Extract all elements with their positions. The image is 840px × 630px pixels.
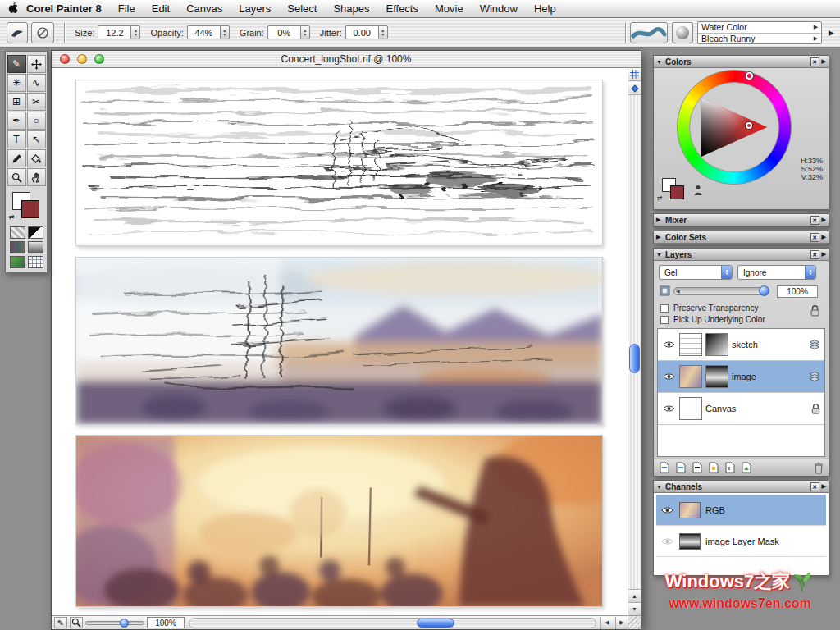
stepper-down-icon[interactable]: ▼ (222, 33, 226, 37)
pattern-selector[interactable] (10, 241, 25, 253)
slider-left-icon[interactable]: ◀ (676, 288, 680, 295)
new-layer-mask-button[interactable] (723, 461, 737, 475)
vertical-scrollbar[interactable]: ▲ ▼ (628, 68, 641, 615)
dynamic-plugins-button[interactable] (706, 461, 720, 475)
layer-opacity-slider[interactable]: ◀ (673, 287, 769, 295)
hue-indicator[interactable] (746, 72, 753, 80)
menu-select[interactable]: Select (279, 0, 325, 18)
menu-window[interactable]: Window (472, 0, 526, 18)
vertical-scroll-thumb[interactable] (629, 344, 640, 373)
toolbar-overflow-icon[interactable]: ▶ (826, 29, 837, 37)
new-watercolor-layer-button[interactable] (673, 461, 687, 475)
layer-row-image[interactable]: image (658, 361, 824, 393)
gradient-selector[interactable] (28, 226, 43, 239)
disclosure-closed-icon[interactable]: ▶ (656, 234, 665, 240)
scroll-right-button[interactable]: ▶ (615, 617, 628, 629)
zoom-mode-button[interactable] (70, 617, 83, 628)
brush-category-well[interactable] (672, 22, 693, 43)
palette-close-icon[interactable]: ✕ (810, 482, 819, 491)
magic-wand-tool[interactable]: ✳ (7, 74, 26, 92)
palette-menu-icon[interactable]: ▶ (822, 483, 826, 490)
palette-close-icon[interactable]: ✕ (810, 233, 819, 242)
swap-colors-icon[interactable]: ⇄ (657, 194, 663, 202)
weave-selector[interactable] (28, 241, 43, 253)
menu-help[interactable]: Help (526, 0, 564, 18)
palette-menu-icon[interactable]: ▶ (822, 58, 826, 65)
opacity-field[interactable]: 44% (187, 25, 220, 39)
shape-selection-tool[interactable]: ↖ (27, 130, 46, 148)
paper-selector[interactable] (10, 226, 25, 239)
palette-menu-icon[interactable]: ▶ (822, 234, 826, 240)
opacity-stepper[interactable]: ▲▼ (220, 25, 230, 39)
menu-canvas[interactable]: Canvas (178, 0, 231, 18)
stepper-down-icon[interactable]: ▼ (134, 33, 138, 37)
brush-selector[interactable]: Water Color ▶ Bleach Runny ▶ (697, 21, 822, 44)
zoom-value[interactable]: 100% (147, 617, 185, 628)
disclosure-open-icon[interactable]: ▼ (656, 252, 665, 258)
resize-grip[interactable] (628, 615, 641, 629)
new-layer-button[interactable] (657, 461, 671, 475)
visibility-toggle[interactable] (661, 404, 676, 413)
stepper-down-icon[interactable]: ▼ (303, 33, 307, 37)
brush-variant-row[interactable]: Bleach Runny ▶ (698, 33, 821, 44)
text-tool[interactable]: T (7, 130, 26, 148)
color-sets-palette-header[interactable]: ▶ Color Sets ✕ ▶ (654, 231, 829, 244)
grid-overlay-button[interactable] (628, 68, 641, 81)
zoom-button[interactable] (94, 54, 104, 64)
lock-layer-icon[interactable] (810, 304, 820, 317)
pen-tool[interactable]: ✒ (7, 112, 26, 130)
menu-file[interactable]: File (110, 0, 144, 18)
layers-palette-header[interactable]: ▼ Layers ✕ ▶ (654, 249, 829, 261)
menu-layers[interactable]: Layers (231, 0, 279, 18)
group-layers-button[interactable] (739, 461, 753, 475)
brush-category-row[interactable]: Water Color ▶ (698, 22, 821, 33)
jitter-stepper[interactable]: ▲▼ (378, 25, 388, 39)
visibility-toggle[interactable] (660, 506, 674, 514)
lasso-tool[interactable]: ∿ (27, 74, 46, 92)
visibility-toggle[interactable] (661, 340, 676, 349)
brush-preview-well[interactable] (7, 22, 28, 43)
composite-depth-dropdown[interactable]: Ignore ▲▼ (737, 265, 816, 280)
clone-color-icon[interactable] (693, 185, 703, 196)
layer-opacity-thumb[interactable] (759, 285, 769, 296)
visibility-toggle[interactable] (660, 537, 674, 546)
brush-tool[interactable]: ✎ (7, 55, 26, 73)
scroll-left-button[interactable]: ◀ (600, 617, 613, 629)
layer-opacity-value[interactable]: 100% (777, 285, 818, 298)
oval-selection-tool[interactable]: ○ (27, 112, 46, 130)
scissors-tool[interactable]: ✂ (27, 93, 46, 111)
app-menu[interactable]: Corel Painter 8 (25, 0, 110, 18)
dropper-tool[interactable] (7, 149, 26, 167)
menu-effects[interactable]: Effects (377, 0, 427, 18)
document-titlebar[interactable]: Concert_longShot.rif @ 100% (52, 51, 641, 68)
stroke-preview-well[interactable] (630, 22, 668, 43)
composite-method-dropdown[interactable]: Gel ▲▼ (659, 265, 733, 280)
tracker-button[interactable] (628, 82, 641, 95)
canvas-page[interactable]: ▲ ▼ ✎ 100% ◀ ▶ (52, 68, 641, 629)
nozzle-selector[interactable] (10, 256, 25, 268)
main-color-swatch[interactable] (21, 200, 39, 218)
brush-ghost-well[interactable] (31, 22, 54, 43)
layer-row-canvas[interactable]: Canvas (658, 393, 824, 425)
apple-menu[interactable] (0, 2, 25, 15)
crop-tool[interactable]: ⊞ (7, 93, 26, 111)
scroll-down-button[interactable]: ▼ (628, 602, 641, 615)
close-button[interactable] (60, 54, 70, 64)
colors-palette-header[interactable]: ▼ Colors ✕ ▶ (654, 56, 829, 68)
disclosure-closed-icon[interactable]: ▶ (656, 217, 665, 223)
disclosure-open-icon[interactable]: ▼ (656, 484, 665, 490)
channels-palette-header[interactable]: ▼ Channels ✕ ▶ (654, 481, 829, 493)
grain-stepper[interactable]: ▲▼ (300, 25, 310, 39)
main-color-swatch[interactable] (670, 185, 684, 199)
drawing-mode-button[interactable]: ✎ (54, 617, 67, 628)
preserve-transparency-checkbox[interactable] (660, 304, 669, 313)
palette-close-icon[interactable]: ✕ (810, 57, 819, 66)
pickup-underlying-checkbox[interactable] (660, 316, 669, 324)
zoom-slider[interactable] (85, 621, 144, 625)
minimize-button[interactable] (77, 54, 87, 64)
scroll-up-button[interactable]: ▲ (628, 589, 641, 602)
palette-menu-icon[interactable]: ▶ (822, 217, 826, 223)
palette-close-icon[interactable]: ✕ (810, 250, 819, 259)
new-liquid-ink-layer-button[interactable] (690, 461, 704, 475)
mixer-palette-header[interactable]: ▶ Mixer ✕ ▶ (654, 214, 829, 226)
